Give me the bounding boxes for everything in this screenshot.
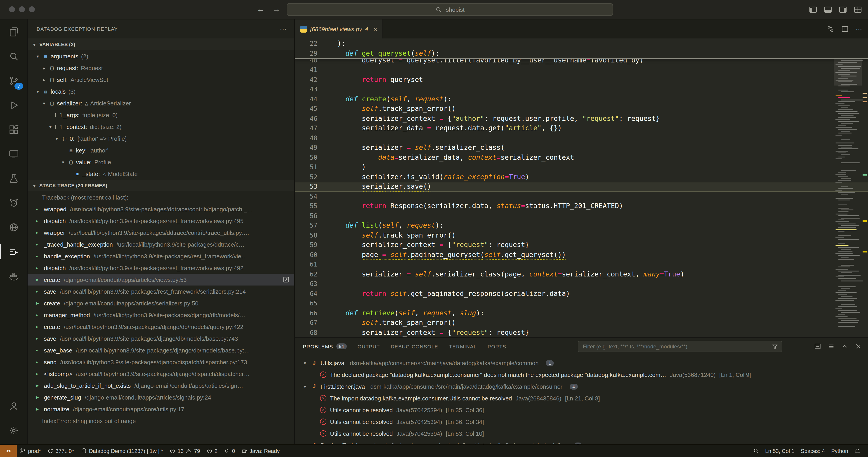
customize-layout-icon[interactable]	[854, 6, 862, 13]
minimap[interactable]	[834, 38, 862, 337]
chevron-down-icon[interactable]: ▾	[302, 361, 308, 365]
accounts-icon[interactable]	[0, 394, 27, 418]
language-mode-item[interactable]: Python	[828, 445, 851, 457]
chevron-down-icon[interactable]: ▾	[35, 54, 41, 59]
stack-frame-row[interactable]: ●handle_exception/usr/local/lib/python3.…	[28, 250, 294, 262]
panel-tab-ports[interactable]: PORTS	[488, 344, 506, 349]
chevron-down-icon[interactable]: ▾	[302, 443, 308, 444]
variable-row[interactable]: ▾{}serializer:△ArticleSerializer	[28, 97, 294, 109]
panel-tab-problems[interactable]: PROBLEMS94	[303, 343, 347, 349]
extensions-icon[interactable]	[0, 117, 27, 142]
code-line-67[interactable]: 67 self.track_span_error()	[295, 318, 868, 328]
chevron-down-icon[interactable]: ▾	[41, 101, 47, 106]
maximize-panel-icon[interactable]	[841, 343, 848, 350]
collapse-all-icon[interactable]	[814, 343, 821, 350]
code-line-65[interactable]: 65	[295, 298, 868, 308]
code-line-57[interactable]: 57 def list(self, request):	[295, 221, 868, 231]
toggle-panel-icon[interactable]	[824, 6, 832, 13]
problems-filter-input[interactable]	[582, 343, 772, 350]
chevron-down-icon[interactable]: ▾	[48, 124, 53, 129]
panel-tab-terminal[interactable]: TERMINAL	[449, 344, 477, 349]
code-line-22[interactable]: 22 ):	[295, 38, 868, 49]
variable-row[interactable]: [ ]_args:tuple (size: 0)	[28, 109, 294, 121]
problems-status-item[interactable]: 13 79	[166, 445, 203, 457]
explorer-icon[interactable]	[0, 20, 27, 44]
variable-row[interactable]: ▸{}request:Request	[28, 62, 294, 74]
variable-row[interactable]: ▾[ ]_context:dict (size: 2)	[28, 121, 294, 133]
chevron-down-icon[interactable]: ▾	[60, 160, 66, 165]
problem-file-row[interactable]: ▾JProduceTask.javadsm-kafka/app/consumer…	[295, 439, 868, 444]
open-file-icon[interactable]	[282, 275, 291, 284]
code-line-40[interactable]: 40 queryset = queryset.filter(favorited_…	[295, 59, 868, 65]
stack-frame-row[interactable]: ●_traced_handle_exception/usr/local/lib/…	[28, 238, 294, 250]
code-line-41[interactable]: 41	[295, 65, 868, 75]
variables-section-header[interactable]: ▾ VARIABLES (2)	[28, 38, 294, 50]
stack-frame-row[interactable]: ▶generate_slug/django-email/conduit/apps…	[28, 391, 294, 403]
problem-file-row[interactable]: ▾JUtils.javadsm-kafka/app/consumer/src/m…	[295, 357, 868, 369]
toggle-secondary-sidebar-icon[interactable]	[839, 6, 847, 13]
code-line-53[interactable]: 53 serializer.save()	[295, 182, 868, 192]
code-line-66[interactable]: 66 def retrieve(self, request, slug):	[295, 308, 868, 318]
notifications-bell[interactable]	[851, 445, 864, 457]
stack-frame-row[interactable]: ▶create/django-email/conduit/apps/articl…	[28, 297, 294, 309]
code-line-43[interactable]: 43	[295, 85, 868, 94]
stack-frame-row[interactable]: ▶add_slug_to_article_if_not_exists/djang…	[28, 380, 294, 391]
problems-filter[interactable]	[578, 341, 782, 352]
close-tab-icon[interactable]: ×	[373, 25, 377, 33]
code-line-62[interactable]: 62 serializer = self.serializer_class(pa…	[295, 269, 868, 279]
datadog-icon[interactable]	[0, 191, 27, 215]
chevron-right-icon[interactable]: ▸	[41, 65, 47, 70]
globe-icon[interactable]	[0, 215, 27, 239]
code-line-44[interactable]: 44 def create(self, request):	[295, 94, 868, 104]
code-line-47[interactable]: 47 serializer_data = request.data.get("a…	[295, 123, 868, 133]
stack-frame-row[interactable]: ●dispatch/usr/local/lib/python3.9/site-p…	[28, 215, 294, 227]
info-status-item[interactable]: 2	[203, 445, 221, 457]
toggle-primary-sidebar-icon[interactable]	[809, 6, 817, 13]
settings-icon[interactable]	[0, 418, 27, 442]
problem-file-row[interactable]: ▾JFirstListener.javadsm-kafka/app/consum…	[295, 380, 868, 392]
stack-frame-row[interactable]: ●wrapped/usr/local/lib/python3.9/site-pa…	[28, 203, 294, 215]
close-window-button[interactable]	[9, 6, 15, 12]
code-line-45[interactable]: 45 self.track_span_error()	[295, 104, 868, 114]
problem-row[interactable]: ×The import datadog.kafka.example.consum…	[295, 392, 868, 404]
code-line-42[interactable]: 42 return queryset	[295, 75, 868, 85]
sync-changes-item[interactable]: 377↓ 0↑	[44, 445, 78, 457]
search-icon[interactable]	[0, 44, 27, 68]
stack-frame-row[interactable]: ●<listcomp>/usr/local/lib/python3.9/site…	[28, 368, 294, 380]
chevron-down-icon[interactable]: ▾	[302, 384, 308, 389]
code-line-68[interactable]: 68 serializer_context = {"request": requ…	[295, 328, 868, 337]
run-and-debug-icon[interactable]	[0, 93, 27, 117]
navigate-forward-button[interactable]: →	[273, 5, 280, 14]
zoom-window-button[interactable]	[29, 6, 35, 12]
stack-frame-row[interactable]: ●manager_method/usr/local/lib/python3.9/…	[28, 309, 294, 321]
stack-trace-section-header[interactable]: ▾ STACK TRACE (20 FRAMES)	[28, 180, 294, 191]
minimize-window-button[interactable]	[19, 6, 25, 12]
stack-frame-row[interactable]: ▶normalize/django-email/conduit/apps/cor…	[28, 403, 294, 415]
code-line-63[interactable]: 63	[295, 279, 868, 289]
code-line-61[interactable]: 61	[295, 260, 868, 269]
code-line-29[interactable]: 29 def get_queryset(self):	[295, 49, 868, 58]
code-line-48[interactable]: 48	[295, 133, 868, 143]
stack-frame-row[interactable]: ●save/usr/local/lib/python3.9/site-packa…	[28, 333, 294, 344]
code-line-46[interactable]: 46 serializer_context = {"author": reque…	[295, 114, 868, 123]
chevron-right-icon[interactable]: ▸	[41, 77, 47, 82]
branch-item[interactable]: prod*	[17, 445, 44, 457]
stack-frame-row[interactable]: ▶create/django-email/conduit/apps/articl…	[28, 274, 294, 286]
search-status-item[interactable]	[750, 445, 762, 457]
sidebar-more-actions-icon[interactable]: ⋯	[280, 25, 287, 33]
stack-frame-row[interactable]: ●send/usr/local/lib/python3.9/site-packa…	[28, 356, 294, 368]
navigate-back-button[interactable]: ←	[257, 5, 265, 14]
testing-icon[interactable]	[0, 166, 27, 191]
remote-explorer-icon[interactable]	[0, 142, 27, 166]
exception-replay-icon[interactable]	[0, 239, 27, 264]
code-line-54[interactable]: 54	[295, 192, 868, 201]
problem-row[interactable]: ×The declared package "datadog.kafka.exa…	[295, 369, 868, 380]
variable-row[interactable]: ▸{}self:ArticleViewSet	[28, 74, 294, 86]
code-line-59[interactable]: 59 serializer_context = {"request": requ…	[295, 240, 868, 250]
code-line-55[interactable]: 55 return Response(serializer.data, stat…	[295, 201, 868, 211]
code-line-64[interactable]: 64 return self.get_paginated_response(se…	[295, 289, 868, 298]
variable-row[interactable]: ▣_state:△ModelState	[28, 168, 294, 180]
stack-frame-row[interactable]: ●create/usr/local/lib/python3.9/site-pac…	[28, 321, 294, 333]
variable-row[interactable]: ▾{}value:Profile	[28, 156, 294, 168]
datadog-demo-item[interactable]: Datadog Demo (11287) | 1w | *	[78, 445, 166, 457]
